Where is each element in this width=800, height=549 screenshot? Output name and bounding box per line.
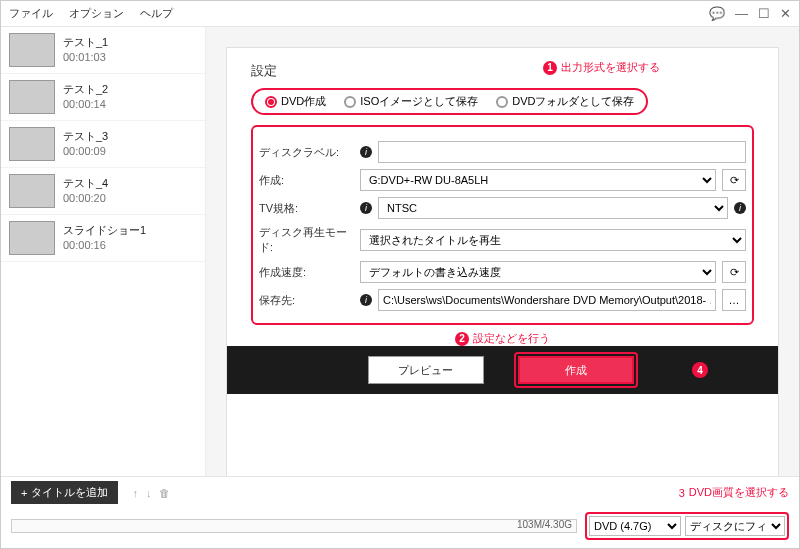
dest-input[interactable] [378,289,716,311]
preview-button[interactable]: プレビュー [368,356,484,384]
thumbnail [9,127,55,161]
create-button-highlight: 作成 [514,352,638,388]
row-speed: 作成速度: デフォルトの書き込み速度 ⟳ [259,261,746,283]
radio-icon [344,96,356,108]
list-item[interactable]: テスト_400:00:20 [1,168,205,215]
create-button[interactable]: 作成 [518,356,634,384]
move-up-icon[interactable]: ↑ [132,487,138,499]
item-title: テスト_3 [63,129,108,144]
thumbnail [9,174,55,208]
main-panel: 設定 1出力形式を選択する DVD作成 ISOイメージとして保存 DVDフォルダ… [206,27,799,492]
action-bar: プレビュー 作成 4 [227,346,778,394]
browse-button[interactable]: … [722,289,746,311]
refresh-button[interactable]: ⟳ [722,261,746,283]
speed-select[interactable]: デフォルトの書き込み速度 [360,261,716,283]
delete-icon[interactable]: 🗑 [159,487,170,499]
capacity-bar: 103M/4.30G [11,519,577,533]
info-icon[interactable]: i [360,294,372,306]
thumbnail [9,80,55,114]
capacity-text: 103M/4.30G [517,519,572,530]
drive-select[interactable]: G:DVD+-RW DU-8A5LH [360,169,716,191]
tvstd-select[interactable]: NTSC [378,197,728,219]
menu-option[interactable]: オプション [69,6,124,21]
callout-number: 1 [543,61,557,75]
add-title-button[interactable]: +タイトルを追加 [11,481,118,504]
radio-folder[interactable]: DVDフォルダとして保存 [496,94,634,109]
callout-text: DVD画質を選択する [689,485,789,500]
callout-text: 出力形式を選択する [561,60,660,75]
output-format-group: DVD作成 ISOイメージとして保存 DVDフォルダとして保存 [251,88,648,115]
settings-panel: 設定 1出力形式を選択する DVD作成 ISOイメージとして保存 DVDフォルダ… [226,47,779,492]
footer: +タイトルを追加 ↑ ↓ 🗑 3DVD画質を選択する 103M/4.30G DV… [1,476,799,548]
callout-number: 3 [679,487,685,499]
window-controls: 💬 — ☐ ✕ [709,7,791,20]
refresh-icon: ⟳ [730,174,739,187]
field-label: TV規格: [259,201,354,216]
feedback-icon[interactable]: 💬 [709,7,725,20]
row-disc-label: ディスクラベル: i [259,141,746,163]
menubar: ファイル オプション ヘルプ 💬 — ☐ ✕ [1,1,799,27]
item-duration: 00:00:20 [63,191,108,206]
row-dest: 保存先: i … [259,289,746,311]
thumbnail [9,33,55,67]
callout-2: 2設定などを行う [251,331,754,346]
row-drive: 作成: G:DVD+-RW DU-8A5LH ⟳ [259,169,746,191]
info-icon[interactable]: i [734,202,746,214]
row-tvstd: TV規格: i NTSC i [259,197,746,219]
quality-group: DVD (4.7G) ディスクにフィット [585,512,789,540]
settings-group: ディスクラベル: i 作成: G:DVD+-RW DU-8A5LH ⟳ TV規格… [251,125,754,325]
radio-iso[interactable]: ISOイメージとして保存 [344,94,478,109]
close-icon[interactable]: ✕ [780,7,791,20]
menu-help[interactable]: ヘルプ [140,6,173,21]
info-icon[interactable]: i [360,202,372,214]
refresh-icon: ⟳ [730,266,739,279]
item-title: テスト_4 [63,176,108,191]
item-title: テスト_2 [63,82,108,97]
item-title: スライドショー1 [63,223,146,238]
radio-icon [496,96,508,108]
list-item[interactable]: テスト_100:01:03 [1,27,205,74]
playmode-select[interactable]: 選択されたタイトルを再生 [360,229,746,251]
callout-number-4: 4 [692,362,708,378]
field-label: ディスク再生モード: [259,225,354,255]
item-duration: 00:00:16 [63,238,146,253]
panel-heading: 設定 [251,62,754,80]
menu-file[interactable]: ファイル [9,6,53,21]
plus-icon: + [21,487,27,499]
item-duration: 00:00:14 [63,97,108,112]
callout-text: 設定などを行う [473,331,550,346]
field-label: ディスクラベル: [259,145,354,160]
quality-select[interactable]: ディスクにフィット [685,516,785,536]
radio-label: DVDフォルダとして保存 [512,94,634,109]
list-item[interactable]: スライドショー100:00:16 [1,215,205,262]
radio-dvd[interactable]: DVD作成 [265,94,326,109]
browse-icon: … [729,294,740,306]
disc-label-input[interactable] [378,141,746,163]
item-duration: 00:01:03 [63,50,108,65]
radio-label: DVD作成 [281,94,326,109]
field-label: 保存先: [259,293,354,308]
thumbnail [9,221,55,255]
order-controls: ↑ ↓ 🗑 [132,487,170,499]
field-label: 作成: [259,173,354,188]
item-duration: 00:00:09 [63,144,108,159]
media-size-select[interactable]: DVD (4.7G) [589,516,681,536]
item-title: テスト_1 [63,35,108,50]
callout-number: 2 [455,332,469,346]
callout-3: 3DVD画質を選択する [679,485,789,500]
callout-1: 1出力形式を選択する [543,60,660,75]
row-playmode: ディスク再生モード: 選択されたタイトルを再生 [259,225,746,255]
field-label: 作成速度: [259,265,354,280]
list-item[interactable]: テスト_200:00:14 [1,74,205,121]
minimize-icon[interactable]: — [735,7,748,20]
list-item[interactable]: テスト_300:00:09 [1,121,205,168]
radio-label: ISOイメージとして保存 [360,94,478,109]
content-area: テスト_100:01:03 テスト_200:00:14 テスト_300:00:0… [1,27,799,492]
info-icon[interactable]: i [360,146,372,158]
maximize-icon[interactable]: ☐ [758,7,770,20]
refresh-button[interactable]: ⟳ [722,169,746,191]
title-list: テスト_100:01:03 テスト_200:00:14 テスト_300:00:0… [1,27,206,492]
radio-icon [265,96,277,108]
move-down-icon[interactable]: ↓ [146,487,152,499]
